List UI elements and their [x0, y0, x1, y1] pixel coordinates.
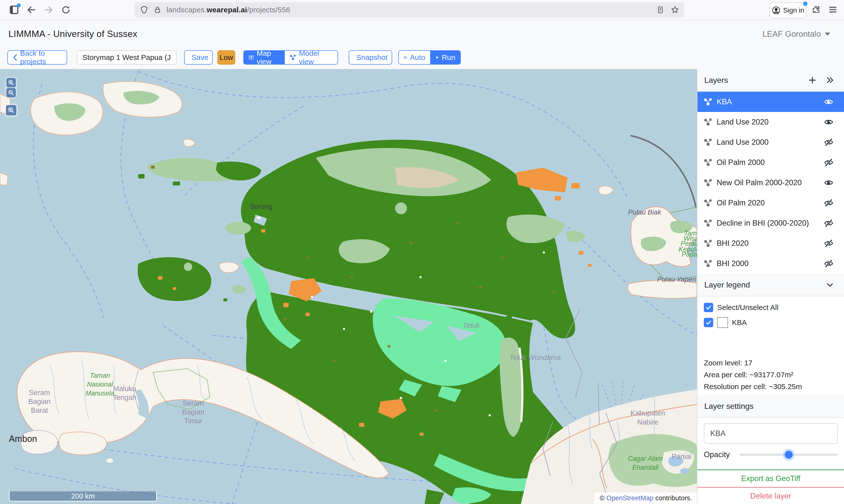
layer-settings-header: Layer settings: [697, 395, 844, 418]
map-label: Seram: [183, 399, 204, 407]
layer-settings-body: Opacity: [697, 418, 844, 469]
snapshot-button[interactable]: Snapshot: [349, 50, 392, 65]
layer-row-land-use-2000[interactable]: Land Use 2000: [697, 132, 844, 152]
map-label: Kabupaten: [631, 409, 665, 417]
layer-row-oil-palm-2000[interactable]: Oil Palm 2000: [697, 152, 844, 173]
openstreetmap-link[interactable]: OpenStreetMap: [606, 494, 654, 502]
legend-item-kba: KBA: [704, 317, 838, 328]
add-layer-button[interactable]: [808, 76, 817, 85]
visibility-eye-off-icon[interactable]: [824, 138, 833, 147]
layer-legend-header[interactable]: Layer legend: [697, 274, 844, 296]
map-label: Bagian: [182, 408, 204, 416]
opacity-row: Opacity: [704, 450, 838, 460]
back-nav-icon[interactable]: [23, 2, 40, 18]
visibility-eye-off-icon[interactable]: [824, 198, 833, 208]
workspace-selector[interactable]: LEAF Gorontalo: [762, 29, 830, 39]
bookmark-star-icon[interactable]: [671, 6, 679, 14]
map-label: Pulau Biak: [628, 208, 661, 216]
export-geotiff-button[interactable]: Export as GeoTiff: [697, 469, 844, 487]
map-svg: Sorong Pulau Biak Pulau Yapen Taman Wisa…: [0, 69, 697, 504]
layers-title: Layers: [704, 76, 728, 85]
layer-legend-body: Select/Unselect All KBA: [697, 296, 844, 356]
model-view-tab[interactable]: Model view: [284, 50, 338, 65]
map-label: Paniai: [672, 452, 692, 460]
lock-icon[interactable]: [154, 6, 161, 14]
visibility-eye-icon[interactable]: [824, 97, 833, 106]
zoom-out-button[interactable]: [6, 88, 16, 97]
visibility-eye-icon[interactable]: [824, 118, 833, 126]
visibility-eye-off-icon[interactable]: [824, 158, 833, 167]
url-text: landscapes.wearepal.ai/projects/556: [167, 6, 656, 14]
select-all-checkbox[interactable]: [704, 303, 713, 312]
save-button[interactable]: Save: [184, 50, 213, 65]
delete-layer-button[interactable]: Delete layer: [697, 487, 844, 504]
tab-overview-icon[interactable]: [5, 2, 23, 18]
legend-item-checkbox[interactable]: [704, 318, 713, 327]
sign-in-notification-dot: [803, 1, 808, 6]
layer-model-icon: [704, 138, 712, 146]
opacity-slider-thumb[interactable]: [785, 451, 793, 458]
visibility-eye-icon[interactable]: [824, 178, 833, 187]
map-label: Teluk: [463, 322, 480, 329]
url-bar[interactable]: landscapes.wearepal.ai/projects/556: [135, 2, 684, 18]
resolution-per-cell-text: Resolution per cell: ~305.25m: [704, 381, 838, 393]
zoom-in-button[interactable]: [6, 78, 16, 87]
visibility-eye-off-icon[interactable]: [824, 239, 833, 248]
map-label: Seram: [29, 389, 50, 396]
map-view-tab[interactable]: Map view: [243, 50, 284, 65]
layer-row-decline-bhi[interactable]: Decline in BHI (2000-2020): [697, 213, 844, 233]
layer-row-kba[interactable]: KBA: [697, 92, 844, 112]
zoom-info-block: Zoom level: 17 Area per cell: ~93177.07m…: [697, 356, 844, 395]
storymap-name-input[interactable]: [77, 50, 177, 65]
reload-icon[interactable]: [57, 2, 74, 18]
layer-label: BHI 2020: [717, 239, 748, 248]
map-label: Maluku: [113, 385, 136, 393]
chevron-left-icon: [13, 54, 17, 61]
map-label: Padaido: [682, 251, 697, 258]
layer-row-bhi-2020[interactable]: BHI 2020: [697, 233, 844, 253]
collapse-panel-button[interactable]: [826, 76, 834, 84]
forward-nav-icon[interactable]: [40, 2, 57, 18]
account-icon: [772, 6, 780, 15]
map-label: Pulau Yapen: [657, 275, 696, 283]
visibility-eye-off-icon[interactable]: [824, 219, 833, 228]
quality-badge-button[interactable]: Low: [218, 50, 235, 65]
shield-icon[interactable]: [140, 6, 148, 14]
layer-model-icon: [704, 219, 712, 227]
opacity-slider[interactable]: [740, 450, 838, 460]
back-to-projects-button[interactable]: Back to projects: [7, 50, 67, 65]
layer-model-icon: [704, 199, 712, 207]
layers-panel-header: Layers: [697, 69, 844, 92]
map-canvas[interactable]: Sorong Pulau Biak Pulau Yapen Taman Wisa…: [0, 69, 697, 504]
map-zoom-controls: [5, 77, 17, 98]
layer-row-bhi-2000[interactable]: BHI 2000: [697, 253, 844, 274]
layer-row-new-oil-palm[interactable]: New Oil Palm 2000-2020: [697, 173, 844, 193]
auto-toggle-button[interactable]: Auto: [398, 50, 431, 65]
search-location-button[interactable]: [6, 105, 16, 115]
layer-label: KBA: [717, 97, 732, 106]
model-icon: [290, 54, 296, 61]
run-button[interactable]: Run: [431, 50, 461, 65]
map-label: Barat: [31, 406, 48, 414]
map-label: Nasional: [87, 381, 113, 388]
menu-hamburger-icon[interactable]: [828, 5, 838, 14]
layer-list: KBA Land Use 2020 Land Use 2000 Oil Palm…: [697, 92, 844, 274]
map-label: Enarotali: [632, 464, 659, 471]
legend-color-swatch[interactable]: [717, 317, 728, 328]
layer-row-land-use-2020[interactable]: Land Use 2020: [697, 112, 844, 132]
sign-in-button[interactable]: Sign in: [770, 2, 807, 18]
reader-mode-icon[interactable]: [656, 6, 664, 14]
map-label: Cagar Alam: [628, 455, 663, 462]
map-label: Sorong: [249, 202, 273, 210]
legend-item-label: KBA: [732, 318, 747, 327]
layer-legend-title: Layer legend: [704, 280, 750, 289]
layer-settings-title: Layer settings: [704, 402, 754, 411]
layer-row-oil-palm-2020[interactable]: Oil Palm 2020: [697, 193, 844, 213]
layer-label: Oil Palm 2020: [717, 198, 765, 208]
map-label: Taman: [90, 372, 110, 379]
layer-name-input[interactable]: [704, 423, 838, 444]
select-all-label: Select/Unselect All: [717, 303, 778, 312]
visibility-eye-off-icon[interactable]: [824, 259, 833, 268]
map-icon: [249, 54, 254, 61]
extensions-icon[interactable]: [811, 5, 821, 14]
